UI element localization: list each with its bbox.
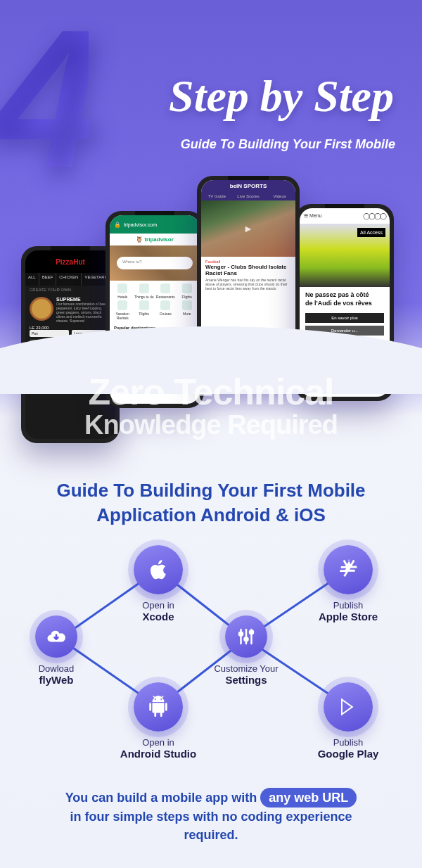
pizza-image [30,297,53,321]
node-label-bold: Settings [200,674,292,686]
sliders-icon [225,615,267,658]
node-android-studio: Open in Android Studio [113,682,204,760]
node-label-bold: Android Studio [113,748,204,760]
pizza-logo: PizzaHut [25,250,115,273]
node-customize: Customize Your Settings [200,615,292,686]
pizza-tab: BEEF [39,273,57,286]
node-label: Open in [113,737,204,748]
svg-point-10 [245,637,248,641]
node-label-bold: Google Play [302,748,394,760]
trip-urlbar: 🔒tripadvisor.com [110,215,200,234]
node-label: Dowload [11,663,102,674]
url-pill: any web URL [260,788,357,808]
bottom-text: You can build a mobile app with any web … [42,788,380,844]
trip-icons: Hotels Things to do Restaurants Flights … [110,281,200,323]
bein-headline: Wenger - Clubs Should Isolate Racist Fan… [201,264,295,278]
bein-category: Football [201,257,295,264]
app-store-icon [324,545,373,594]
hero-section: 4 Step by Step Guide To Building Your Fi… [0,0,422,380]
node-label-bold: Xcode [113,611,204,623]
audi-topbar: ☰ Menu◯◯◯◯ [300,208,390,224]
bein-video [201,200,295,257]
audi-access-badge: All Access [357,228,385,237]
svg-point-9 [239,632,243,636]
audi-image: All Access [300,224,390,287]
trip-logo: 🦉 tripadvisor [110,234,200,245]
cloud-download-icon [35,615,77,658]
lock-icon: 🔒 [114,222,121,228]
node-xcode: Open in Xcode [113,545,204,623]
pizza-create: CREATE YOUR OWN [25,286,115,294]
audi-text: Ne passez pas à côtéde l'Audi de vos rêv… [300,287,390,312]
apple-icon [134,545,183,594]
pizza-tab: CHICKEN [56,273,82,286]
bein-tabs: TV GuideLive ScoresVideos [201,192,295,200]
trip-search: Where to? [117,257,193,269]
node-label: Customize Your [200,663,292,674]
audi-logo-icon: ◯◯◯◯ [363,212,385,219]
audi-cta1: En savoir plus [305,313,384,323]
bein-logo: beIN SPORTS [201,180,295,192]
node-label-bold: flyWeb [11,674,102,686]
hero-title: Step by Step [169,70,394,122]
hero-subtitle: Guide To Building Your First Mobile [181,137,395,152]
node-download: Dowload flyWeb [11,615,102,686]
wave-divider [0,352,422,394]
node-apple-store: Publish Apple Store [302,545,394,623]
android-icon [134,682,183,732]
flow-diagram: Dowload flyWeb Open in Xcode Open in And… [21,549,401,760]
pizza-tabs: ALL BEEF CHICKEN VEGETARIAN X-LARGE [25,273,115,286]
node-google-play: Publish Google Play [302,682,394,760]
node-label: Publish [302,737,394,748]
bein-body: Arsene Wenger has had his say on the rec… [201,278,295,291]
pizza-desc: SUPREMEOur famous combination of beef pe… [56,297,111,323]
pizza-tab: ALL [25,273,39,286]
guide-heading: Guide To Building Your First Mobile Appl… [28,478,394,528]
google-play-icon [324,682,373,732]
node-label: Open in [113,600,204,611]
trip-banner: Where to? [110,245,200,281]
node-label-bold: Apple Store [302,611,394,623]
svg-point-11 [250,630,253,634]
node-label: Publish [302,600,394,611]
